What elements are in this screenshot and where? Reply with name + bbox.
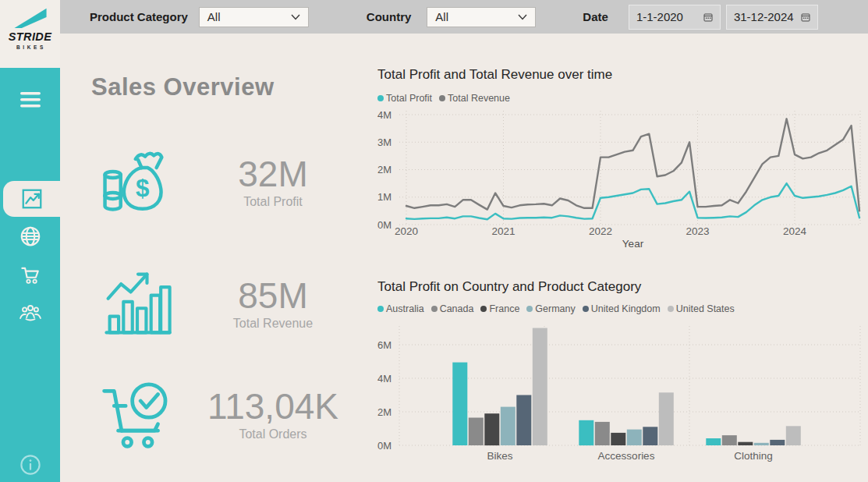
- bar-germany-clothing[interactable]: [754, 443, 769, 445]
- legend-dot: [431, 306, 438, 312]
- bar-canada-bikes[interactable]: [469, 418, 484, 446]
- bar-united-kingdom-accessories[interactable]: [643, 427, 657, 445]
- kpi-total-profit: $ 32M Total Profit: [91, 134, 363, 229]
- kpi-total-orders: 113,04K Total Orders: [91, 367, 363, 462]
- legend-label: Germany: [535, 303, 575, 314]
- info-icon: [19, 453, 42, 477]
- calendar-icon: [703, 12, 713, 22]
- line-chart-legend: Total ProfitTotal Revenue: [377, 93, 510, 104]
- country-label: Country: [367, 10, 412, 23]
- legend-label: Total Profit: [386, 93, 432, 104]
- legend-item-united-states[interactable]: United States: [668, 303, 735, 314]
- menu-button[interactable]: [0, 90, 60, 110]
- legend-item-france[interactable]: France: [480, 303, 519, 314]
- svg-text:3M: 3M: [377, 136, 391, 148]
- legend-label: Total Revenue: [448, 93, 510, 104]
- bar-canada-accessories[interactable]: [595, 422, 610, 445]
- sidebar-item-sales-overview[interactable]: [3, 181, 60, 217]
- revenue-bars-icon: [97, 263, 178, 344]
- kpi-value-total-revenue: 85M: [183, 277, 363, 314]
- date-from-value: 1-1-2020: [636, 10, 683, 23]
- svg-text:2024: 2024: [783, 225, 807, 237]
- legend-label: United States: [676, 303, 735, 314]
- svg-text:0M: 0M: [377, 219, 391, 231]
- legend-item-germany[interactable]: Germany: [526, 303, 575, 314]
- legend-dot: [439, 95, 445, 101]
- line-chart[interactable]: 0M1M2M3M4M20202021202220232024Year: [376, 108, 866, 257]
- bar-canada-clothing[interactable]: [722, 435, 737, 445]
- bar-chart-panel: Total Profit on Country and Product Cate…: [376, 276, 868, 480]
- brand-name: STRIDE: [9, 30, 52, 43]
- legend-dot: [668, 306, 674, 312]
- legend-item-total-revenue[interactable]: Total Revenue: [439, 93, 510, 104]
- bar-category-label: Bikes: [487, 450, 512, 462]
- money-bag-icon: $: [94, 138, 181, 225]
- sidebar-item-cart[interactable]: [0, 263, 60, 286]
- kpi-value-total-orders: 113,04K: [183, 388, 363, 425]
- chevron-down-icon: [291, 14, 300, 20]
- sidebar-item-globe[interactable]: [0, 225, 60, 248]
- country-dropdown[interactable]: All: [427, 7, 536, 27]
- kpi-label-total-orders: Total Orders: [183, 427, 363, 441]
- svg-text:2M: 2M: [377, 406, 391, 418]
- svg-text:2M: 2M: [377, 164, 391, 175]
- svg-text:$: $: [136, 175, 149, 202]
- line-chart-title: Total Profit and Total Revenue over time: [377, 67, 612, 83]
- bar-united-kingdom-bikes[interactable]: [516, 395, 531, 446]
- bar-category-label: Accessories: [598, 450, 655, 462]
- svg-text:4M: 4M: [377, 373, 391, 385]
- logo-swoosh-icon: [12, 7, 49, 29]
- bar-france-bikes[interactable]: [484, 413, 499, 445]
- sales-trend-icon: [20, 187, 44, 211]
- kpi-label-total-profit: Total Profit: [183, 195, 363, 209]
- date-label: Date: [583, 10, 608, 23]
- bar-united-states-bikes[interactable]: [533, 328, 547, 446]
- bar-france-clothing[interactable]: [738, 442, 753, 445]
- brand-logo: STRIDE BIKES: [0, 0, 60, 68]
- legend-label: Australia: [386, 303, 424, 314]
- legend-item-united-kingdom[interactable]: United Kingdom: [583, 303, 661, 314]
- date-to-value: 31-12-2024: [734, 10, 794, 23]
- legend-dot: [377, 306, 384, 312]
- legend-item-canada[interactable]: Canada: [431, 303, 474, 314]
- kpi-value-total-profit: 32M: [183, 155, 363, 193]
- bar-australia-bikes[interactable]: [452, 363, 467, 445]
- svg-text:0M: 0M: [377, 440, 391, 452]
- bar-australia-accessories[interactable]: [579, 420, 593, 445]
- date-to-input[interactable]: 31-12-2024: [726, 5, 818, 30]
- product-category-label: Product Category: [90, 10, 188, 23]
- bar-category-label: Clothing: [734, 450, 773, 462]
- svg-text:2021: 2021: [491, 225, 515, 237]
- bar-france-accessories[interactable]: [611, 433, 625, 445]
- bar-germany-accessories[interactable]: [627, 430, 642, 445]
- date-from-input[interactable]: 1-1-2020: [629, 5, 721, 30]
- svg-text:2022: 2022: [589, 225, 612, 237]
- people-icon: [18, 300, 43, 324]
- bar-australia-clothing[interactable]: [706, 438, 721, 445]
- menu-icon: [18, 90, 43, 110]
- bar-chart[interactable]: 0M2M4M6MBikesAccessoriesClothing: [376, 320, 866, 476]
- svg-text:1M: 1M: [377, 191, 391, 203]
- page-title: Sales Overview: [91, 73, 275, 101]
- sidebar-item-customers[interactable]: [0, 300, 60, 324]
- legend-item-total-profit[interactable]: Total Profit: [377, 93, 432, 104]
- kpi-total-revenue: 85M Total Revenue: [91, 256, 363, 351]
- bar-united-states-accessories[interactable]: [659, 392, 674, 445]
- legend-item-australia[interactable]: Australia: [377, 303, 424, 314]
- legend-dot: [526, 306, 533, 312]
- bar-germany-bikes[interactable]: [501, 407, 515, 445]
- legend-label: Canada: [440, 303, 474, 314]
- legend-dot: [377, 95, 384, 101]
- product-category-value: All: [207, 10, 221, 23]
- product-category-dropdown[interactable]: All: [199, 7, 309, 27]
- sidebar: [0, 68, 60, 482]
- kpi-label-total-revenue: Total Revenue: [183, 317, 363, 331]
- bar-united-states-clothing[interactable]: [786, 426, 801, 445]
- globe-icon: [19, 225, 42, 248]
- bar-united-kingdom-clothing[interactable]: [770, 440, 785, 445]
- info-button[interactable]: [0, 453, 60, 477]
- svg-text:2020: 2020: [395, 225, 418, 237]
- legend-dot: [480, 306, 487, 312]
- svg-text:4M: 4M: [377, 109, 391, 121]
- chevron-down-icon: [518, 14, 527, 20]
